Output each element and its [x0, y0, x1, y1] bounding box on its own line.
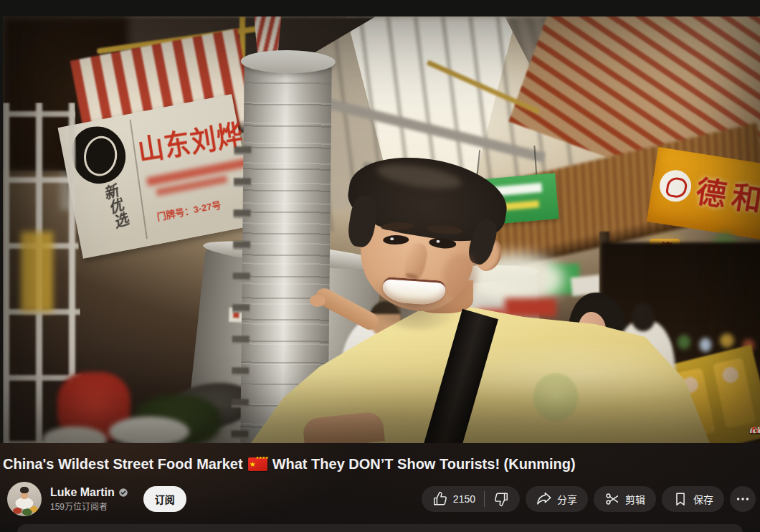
clip-label: 剪辑: [625, 492, 645, 506]
china-flag-emoji: 🇨🇳★★★★★: [248, 457, 267, 471]
channel-avatar[interactable]: [7, 482, 42, 516]
owner-and-actions-row: Luke Martin 159万位订阅者 订阅 2150 分享: [3, 482, 757, 516]
youtube-watch-page: { "window": {"width": 1060, "height": 74…: [0, 0, 760, 532]
video-title-text: China's Wildest Street Food Market: [3, 456, 243, 472]
like-button[interactable]: 2150: [422, 486, 484, 512]
watch-metadata-section: China's Wildest Street Food Market🇨🇳★★★★…: [0, 443, 760, 532]
share-label: 分享: [557, 492, 577, 506]
white-bowls: [109, 417, 189, 443]
description-box[interactable]: [17, 524, 743, 532]
like-dislike-group: 2150: [422, 486, 520, 512]
verified-check-icon: [118, 488, 128, 498]
thumb-down-icon: [493, 491, 509, 507]
video-player[interactable]: 德和 德和 新优选 山东刘烨 门牌号：3-27号: [3, 16, 760, 443]
left-sign-address-text: 门牌号：3-27号: [156, 197, 222, 223]
dislike-button[interactable]: [485, 486, 520, 512]
subscribe-button[interactable]: 订阅: [143, 486, 186, 512]
steamer-handles: [231, 146, 252, 443]
left-sign-calligraphy: 新优选: [73, 182, 138, 257]
more-actions-button[interactable]: [730, 486, 756, 512]
share-button[interactable]: 分享: [526, 486, 588, 512]
save-button[interactable]: 保存: [662, 486, 724, 512]
vendor-hand: [310, 295, 326, 307]
video-player-section: 德和 德和 新优选 山东刘烨 门牌号：3-27号: [0, 0, 760, 443]
channel-info: Luke Martin 159万位订阅者: [50, 486, 128, 512]
thumb-up-icon: [432, 491, 448, 507]
scissors-icon: [604, 491, 620, 507]
share-arrow-icon: [536, 491, 552, 507]
sign-logo-circle: [657, 168, 693, 204]
save-label: 保存: [693, 492, 713, 506]
durian-shirt-graphic: [533, 373, 579, 422]
video-title-text: What They DON’T Show Tourists! (Kunming): [272, 456, 576, 472]
like-count: 2150: [453, 493, 475, 505]
more-dots-icon: [735, 491, 751, 507]
video-title: China's Wildest Street Food Market🇨🇳★★★★…: [3, 454, 757, 474]
yellow-sack: [21, 232, 53, 312]
right-stall-sign-text: 德和: [693, 166, 760, 221]
host-head: [324, 151, 521, 345]
clip-button[interactable]: 剪辑: [594, 486, 656, 512]
bookmark-icon: [673, 491, 688, 507]
banner-photo-card: [713, 358, 756, 429]
watermark-suffix: .com: [749, 426, 760, 435]
subscriber-count: 159万位订阅者: [50, 500, 128, 512]
action-buttons: 2150 分享 剪辑 保存: [422, 486, 756, 512]
channel-name[interactable]: Luke Martin: [50, 486, 115, 499]
